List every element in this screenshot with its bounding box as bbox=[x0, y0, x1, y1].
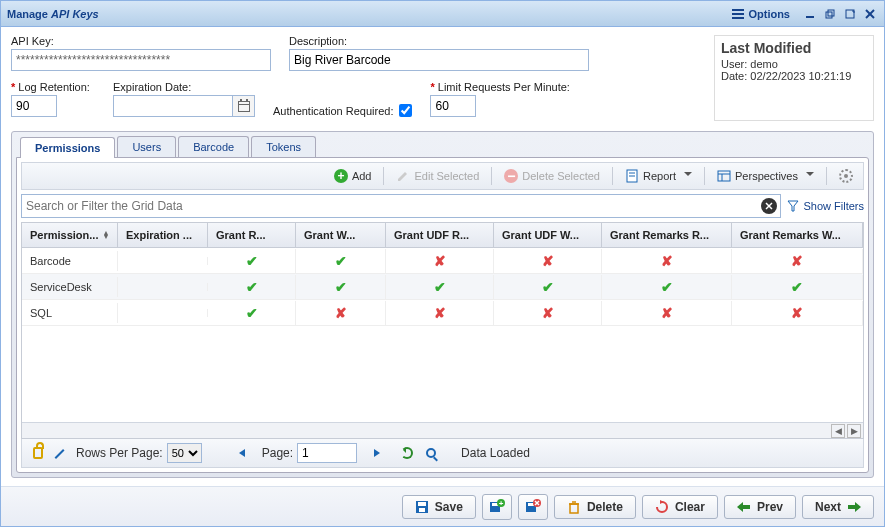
search-input[interactable] bbox=[21, 194, 781, 218]
last-modified-user-label: User: bbox=[721, 58, 750, 70]
calendar-button[interactable] bbox=[233, 95, 255, 117]
cross-icon: ✘ bbox=[542, 253, 554, 269]
add-label: Add bbox=[352, 170, 372, 182]
pager-status: Data Loaded bbox=[461, 446, 530, 460]
minimize-button[interactable] bbox=[802, 6, 818, 22]
tab-users[interactable]: Users bbox=[117, 136, 176, 157]
tab-permissions[interactable]: Permissions bbox=[20, 137, 115, 158]
cell-permission: Barcode bbox=[22, 251, 118, 271]
show-filters-button[interactable]: Show Filters bbox=[787, 200, 864, 212]
prev-label: Prev bbox=[757, 500, 783, 514]
settings-button[interactable] bbox=[833, 167, 859, 185]
cell-grant: ✔ bbox=[208, 301, 296, 325]
filter-icon bbox=[787, 200, 799, 212]
col-expiration[interactable]: Expiration ... bbox=[118, 223, 208, 247]
footer: Save + Delete Clear Prev Next bbox=[1, 486, 884, 526]
cell-grant: ✘ bbox=[494, 249, 602, 273]
permissions-grid: Permission...▲▼ Expiration ... Grant R..… bbox=[21, 222, 864, 439]
page-input[interactable] bbox=[297, 443, 357, 463]
col-grant-udf-r[interactable]: Grant UDF R... bbox=[386, 223, 494, 247]
rows-per-page-select[interactable]: 50 bbox=[167, 443, 202, 463]
report-icon bbox=[625, 169, 639, 183]
check-icon: ✔ bbox=[246, 253, 258, 269]
save-new-button[interactable]: + bbox=[482, 494, 512, 520]
add-button[interactable]: +Add bbox=[328, 167, 378, 185]
table-row[interactable]: ServiceDesk✔✔✔✔✔✔ bbox=[22, 274, 863, 300]
cell-grant: ✔ bbox=[732, 275, 863, 299]
svg-marker-31 bbox=[660, 500, 664, 504]
tab-tokens[interactable]: Tokens bbox=[251, 136, 316, 157]
check-icon: ✔ bbox=[246, 279, 258, 295]
col-grant-remarks-r[interactable]: Grant Remarks R... bbox=[602, 223, 732, 247]
cell-grant: ✔ bbox=[208, 249, 296, 273]
limit-requests-field[interactable] bbox=[430, 95, 476, 117]
description-field[interactable] bbox=[289, 49, 589, 71]
save-close-icon bbox=[525, 499, 541, 515]
table-row[interactable]: SQL✔✘✘✘✘✘ bbox=[22, 300, 863, 326]
svg-rect-17 bbox=[418, 502, 426, 506]
perspectives-dropdown[interactable]: Perspectives bbox=[711, 167, 820, 185]
col-grant-w[interactable]: Grant W... bbox=[296, 223, 386, 247]
rows-per-page-label: Rows Per Page: bbox=[76, 446, 163, 460]
save-button[interactable]: Save bbox=[402, 495, 476, 519]
clear-label: Clear bbox=[675, 500, 705, 514]
cell-grant: ✘ bbox=[386, 249, 494, 273]
cross-icon: ✘ bbox=[661, 253, 673, 269]
expiration-date-field[interactable] bbox=[113, 95, 233, 117]
svg-rect-28 bbox=[570, 504, 578, 513]
tab-strip: Permissions Users Barcode Tokens bbox=[16, 136, 869, 157]
scroll-right-button[interactable]: ▶ bbox=[847, 424, 861, 438]
wand-button[interactable] bbox=[52, 443, 72, 463]
restore-button[interactable] bbox=[822, 6, 838, 22]
col-grant-remarks-w[interactable]: Grant Remarks W... bbox=[732, 223, 863, 247]
edit-label: Edit Selected bbox=[414, 170, 479, 182]
pager: Rows Per Page: 50 Page: bbox=[21, 439, 864, 468]
next-record-button[interactable]: Next bbox=[802, 495, 874, 519]
window-title-prefix: Manage bbox=[7, 8, 51, 20]
lock-icon bbox=[33, 447, 43, 459]
api-key-label: API Key: bbox=[11, 35, 271, 47]
svg-text:+: + bbox=[499, 499, 504, 508]
check-icon: ✔ bbox=[335, 279, 347, 295]
prev-record-button[interactable]: Prev bbox=[724, 495, 796, 519]
check-icon: ✔ bbox=[335, 253, 347, 269]
check-icon: ✔ bbox=[246, 305, 258, 321]
clear-button[interactable]: Clear bbox=[642, 495, 718, 519]
refresh-icon bbox=[401, 447, 413, 459]
maximize-button[interactable] bbox=[842, 6, 858, 22]
perspectives-icon bbox=[717, 169, 731, 183]
options-button[interactable]: Options bbox=[732, 8, 790, 20]
horizontal-scrollbar[interactable]: ◀ ▶ bbox=[22, 422, 863, 438]
col-grant-r[interactable]: Grant R... bbox=[208, 223, 296, 247]
manage-api-keys-window: Manage API Keys Options API Key: Descrip… bbox=[0, 0, 885, 527]
svg-rect-2 bbox=[828, 10, 834, 16]
lock-button[interactable] bbox=[28, 443, 48, 463]
cell-grant: ✔ bbox=[296, 249, 386, 273]
auth-required-checkbox[interactable] bbox=[399, 104, 412, 117]
api-key-field[interactable] bbox=[11, 49, 271, 71]
last-modified-date-label: Date: bbox=[721, 70, 750, 82]
options-label: Options bbox=[748, 8, 790, 20]
tab-barcode[interactable]: Barcode bbox=[178, 136, 249, 157]
log-retention-label: Log Retention: bbox=[11, 81, 95, 93]
col-permission[interactable]: Permission...▲▼ bbox=[22, 223, 118, 247]
log-retention-field[interactable] bbox=[11, 95, 57, 117]
cross-icon: ✘ bbox=[335, 305, 347, 321]
svg-rect-33 bbox=[742, 505, 750, 509]
close-button[interactable] bbox=[862, 6, 878, 22]
prev-page-button[interactable] bbox=[232, 443, 252, 463]
report-dropdown[interactable]: Report bbox=[619, 167, 698, 185]
refresh-button[interactable] bbox=[397, 443, 417, 463]
check-icon: ✔ bbox=[661, 279, 673, 295]
cell-grant: ✘ bbox=[602, 301, 732, 325]
save-close-button[interactable] bbox=[518, 494, 548, 520]
scroll-left-button[interactable]: ◀ bbox=[831, 424, 845, 438]
delete-icon: − bbox=[504, 169, 518, 183]
col-grant-udf-w[interactable]: Grant UDF W... bbox=[494, 223, 602, 247]
cell-expiration bbox=[118, 309, 208, 317]
table-row[interactable]: Barcode✔✔✘✘✘✘ bbox=[22, 248, 863, 274]
next-page-button[interactable] bbox=[367, 443, 387, 463]
svg-rect-18 bbox=[419, 508, 425, 512]
search-page-button[interactable] bbox=[421, 443, 441, 463]
delete-button[interactable]: Delete bbox=[554, 495, 636, 519]
